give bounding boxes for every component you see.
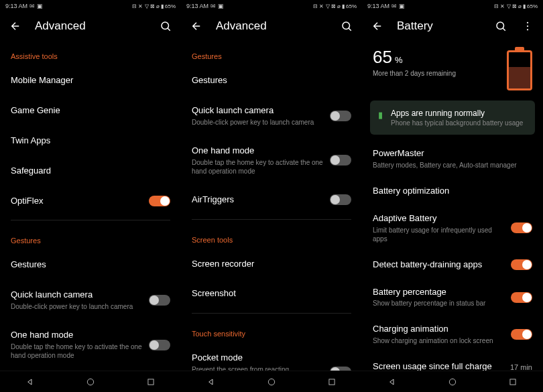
svg-point-10: [449, 379, 455, 385]
status-left-icons: ✉ ▣: [29, 3, 43, 9]
battery-icon-small: ▮: [161, 3, 164, 9]
content: Gestures Gestures Quick launch cameraDou…: [181, 40, 362, 371]
status-right-icons: ⊟ ✕ ▽ ⊠ ⌀: [132, 3, 160, 9]
item-screenshot[interactable]: Screenshot: [192, 279, 351, 309]
section-assistive-tools: Assistive tools: [11, 40, 170, 66]
item-safeguard[interactable]: Safeguard: [11, 156, 170, 186]
item-one-hand-mode[interactable]: One hand modeDouble tap the home key to …: [192, 136, 351, 185]
back-button[interactable]: [8, 19, 23, 34]
toggle-quick-launch[interactable]: [330, 111, 351, 121]
toggle-one-hand[interactable]: [149, 340, 170, 350]
page-title: Advanced: [216, 19, 327, 33]
search-button[interactable]: [339, 19, 354, 34]
item-battery-percentage[interactable]: Battery percentageShow battery percentag…: [362, 279, 543, 316]
content: Assistive tools Mobile Manager Game Geni…: [0, 40, 181, 371]
toggle-one-hand[interactable]: [330, 155, 351, 166]
nav-bar: [362, 371, 543, 392]
item-mobile-manager[interactable]: Mobile Manager: [11, 66, 170, 96]
item-airtriggers[interactable]: AirTriggers: [192, 185, 351, 215]
toggle-charging-animation[interactable]: [511, 329, 532, 340]
nav-home[interactable]: [258, 375, 285, 389]
svg-rect-2: [148, 379, 154, 384]
nav-recent[interactable]: [499, 375, 526, 389]
header: Advanced: [0, 12, 181, 40]
item-one-hand-mode[interactable]: One hand modeDouble tap the home key to …: [11, 320, 170, 369]
divider: [192, 313, 351, 314]
status-card-title: Apps are running normally: [391, 109, 523, 118]
svg-point-9: [527, 29, 528, 30]
toggle-airtriggers[interactable]: [330, 194, 351, 205]
back-button[interactable]: [370, 19, 385, 34]
svg-rect-11: [510, 379, 516, 384]
svg-point-3: [343, 22, 350, 29]
section-screen-tools: Screen tools: [192, 224, 351, 249]
battery-icon-small: ▮: [342, 3, 345, 9]
nav-back[interactable]: [198, 375, 225, 389]
item-screen-recorder[interactable]: Screen recorder: [192, 249, 351, 279]
toggle-pocket-mode[interactable]: [330, 367, 351, 371]
section-touch-sensitivity: Touch sensitivity: [192, 318, 351, 343]
item-quick-launch-camera[interactable]: Quick launch cameraDouble-click power ke…: [11, 280, 170, 320]
header: Advanced: [181, 12, 362, 40]
item-pocket-mode[interactable]: Pocket modePrevent the screen from react…: [192, 343, 351, 371]
item-detect-draining[interactable]: Detect battery-draining apps: [362, 251, 543, 279]
nav-recent[interactable]: [137, 375, 164, 389]
search-button[interactable]: [158, 19, 173, 34]
battery-icon-small: ▮: [523, 3, 526, 9]
nav-back[interactable]: [17, 375, 44, 389]
content: 65% More than 2 days remaining ▮ Apps ar…: [362, 40, 543, 371]
status-time: 9:13 AM: [186, 3, 208, 9]
divider: [11, 220, 170, 220]
item-charging-animation[interactable]: Charging animationShow charging animatio…: [362, 316, 543, 353]
status-left-icons: ✉ ▣: [210, 3, 224, 9]
item-gestures[interactable]: Gestures: [192, 66, 351, 96]
toggle-battery-percentage[interactable]: [511, 292, 532, 303]
more-button[interactable]: [520, 19, 535, 34]
screen-usage-value: 17 min: [510, 363, 532, 371]
item-twin-apps[interactable]: Twin Apps: [11, 126, 170, 156]
item-adaptive-battery[interactable]: Adaptive BatteryLimit battery usage for …: [362, 205, 543, 251]
toggle-quick-launch[interactable]: [149, 295, 170, 306]
toggle-detect-draining[interactable]: [511, 259, 532, 270]
toggle-optiflex[interactable]: [149, 196, 170, 206]
nav-bar: [0, 371, 181, 392]
status-bar: 9:13 AM ✉ ▣ ⊟ ✕ ▽ ⊠ ⌀ ▮ 65%: [0, 0, 181, 12]
nav-back[interactable]: [379, 375, 406, 389]
item-game-genie[interactable]: Game Genie: [11, 96, 170, 126]
svg-point-6: [497, 22, 504, 29]
nav-home[interactable]: [77, 375, 104, 389]
nav-recent[interactable]: [318, 375, 345, 389]
back-button[interactable]: [189, 19, 204, 34]
status-bar: 9:13 AM ✉ ▣ ⊟ ✕ ▽ ⊠ ⌀ ▮ 65%: [362, 0, 543, 12]
status-time: 9:13 AM: [367, 3, 389, 9]
item-gestures[interactable]: Gestures: [11, 250, 170, 280]
item-battery-optimization[interactable]: Battery optimization: [362, 178, 543, 205]
screen-battery: 9:13 AM ✉ ▣ ⊟ ✕ ▽ ⊠ ⌀ ▮ 65% Battery 65% …: [362, 0, 543, 392]
battery-remaining: More than 2 days remaining: [373, 69, 493, 78]
item-screen-usage[interactable]: Screen usage since full charge17 min: [362, 353, 543, 371]
toggle-adaptive-battery[interactable]: [511, 222, 532, 233]
status-right-icons: ⊟ ✕ ▽ ⊠ ⌀: [313, 3, 341, 9]
status-battery: 65%: [165, 3, 176, 9]
status-card-sub: Phone has typical background battery usa…: [391, 119, 523, 127]
item-quick-launch-camera[interactable]: Quick launch cameraDouble-click power ke…: [192, 96, 351, 136]
svg-point-1: [87, 379, 93, 385]
nav-home[interactable]: [439, 375, 466, 389]
header: Battery: [362, 12, 543, 40]
page-title: Advanced: [35, 19, 146, 33]
status-card[interactable]: ▮ Apps are running normally Phone has ty…: [370, 101, 535, 135]
screen-advanced-2: 9:13 AM ✉ ▣ ⊟ ✕ ▽ ⊠ ⌀ ▮ 65% Advanced Ges…: [181, 0, 362, 392]
status-ok-icon: ▮: [378, 110, 383, 120]
status-battery: 65%: [346, 3, 357, 9]
section-gestures: Gestures: [192, 40, 351, 66]
battery-percent: 65%: [373, 47, 493, 68]
status-right-icons: ⊟ ✕ ▽ ⊠ ⌀: [494, 3, 522, 9]
search-button[interactable]: [493, 19, 508, 34]
svg-point-4: [268, 379, 274, 385]
svg-point-0: [162, 22, 169, 29]
item-optiflex[interactable]: OptiFlex: [11, 186, 170, 216]
battery-summary[interactable]: 65% More than 2 days remaining: [362, 40, 543, 95]
svg-rect-5: [329, 379, 335, 384]
item-powermaster[interactable]: PowerMasterBattery modes, Battery care, …: [362, 140, 543, 178]
divider: [192, 219, 351, 220]
